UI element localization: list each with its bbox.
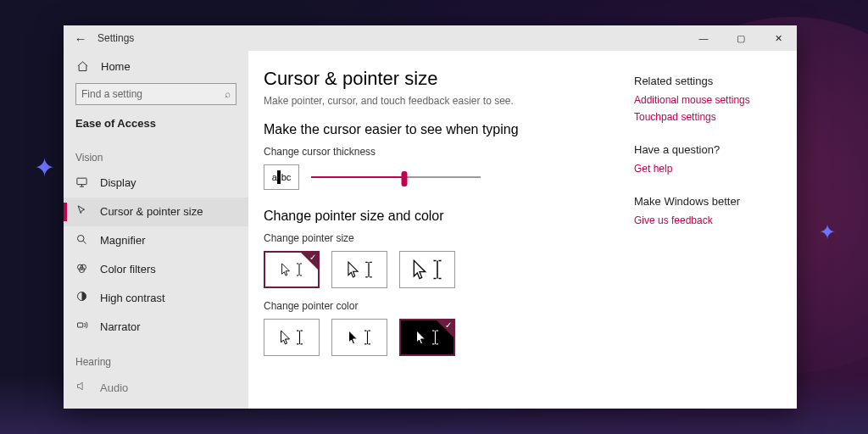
category-heading: Ease of Access <box>64 114 248 136</box>
sidebar-item-label: Cursor & pointer size <box>100 205 203 218</box>
bg-star-icon: ✦ <box>819 220 836 244</box>
pointer-color-options: ✓ <box>264 319 612 356</box>
high-contrast-icon <box>75 290 88 305</box>
display-icon <box>75 175 88 191</box>
sidebar-item-label: Color filters <box>100 263 156 275</box>
sidebar-item-label: Magnifier <box>100 234 145 247</box>
home-nav[interactable]: Home <box>64 51 248 83</box>
thickness-preview: abc <box>264 164 299 190</box>
related-settings-heading: Related settings <box>634 75 785 87</box>
sidebar-item-color-filters[interactable]: Color filters <box>64 255 248 284</box>
narrator-icon <box>75 319 88 334</box>
home-label: Home <box>101 60 131 73</box>
minimize-button[interactable]: — <box>685 25 722 51</box>
section-typing-heading: Make the cursor easier to see when typin… <box>264 122 612 137</box>
window-title: Settings <box>97 32 134 44</box>
pointer-size-medium[interactable] <box>331 251 387 288</box>
pointer-size-label: Change pointer size <box>264 232 612 244</box>
sidebar-item-high-contrast[interactable]: High contrast <box>64 283 248 312</box>
pointer-size-options: ✓ <box>264 251 612 288</box>
page-subtitle: Make pointer, cursor, and touch feedback… <box>264 95 612 107</box>
link-get-help[interactable]: Get help <box>634 163 785 175</box>
sidebar-item-display[interactable]: Display <box>64 169 248 198</box>
pointer-color-white[interactable] <box>264 319 320 356</box>
svg-rect-6 <box>78 323 83 327</box>
home-icon <box>75 60 89 73</box>
audio-icon <box>75 380 88 395</box>
back-button[interactable]: ← <box>64 31 97 46</box>
link-give-feedback[interactable]: Give us feedback <box>634 214 785 226</box>
group-vision-label: Vision <box>64 136 248 169</box>
close-button[interactable]: ✕ <box>760 25 797 51</box>
link-touchpad-settings[interactable]: Touchpad settings <box>634 111 785 123</box>
group-hearing-label: Hearing <box>64 341 248 373</box>
sidebar-item-label: Narrator <box>100 320 141 333</box>
pointer-color-label: Change pointer color <box>264 300 612 312</box>
cursor-pointer-icon <box>75 204 88 220</box>
titlebar: ← Settings — ▢ ✕ <box>64 25 797 51</box>
sidebar: Home Find a setting ⌕ Ease of Access Vis… <box>64 51 248 409</box>
settings-window: ← Settings — ▢ ✕ Home Find a setting ⌕ E… <box>64 25 797 409</box>
section-pointer-heading: Change pointer size and color <box>264 209 612 224</box>
thickness-slider[interactable] <box>311 169 481 186</box>
sidebar-item-magnifier[interactable]: Magnifier <box>64 226 248 255</box>
svg-point-1 <box>78 235 85 242</box>
sidebar-item-cursor-pointer[interactable]: Cursor & pointer size <box>64 198 248 226</box>
pointer-size-small[interactable]: ✓ <box>264 251 320 288</box>
aside-panel: Related settings Additional mouse settin… <box>627 51 797 409</box>
search-input[interactable]: Find a setting ⌕ <box>75 83 236 105</box>
maximize-button[interactable]: ▢ <box>722 25 760 51</box>
pointer-color-black[interactable] <box>331 319 387 356</box>
sidebar-item-narrator[interactable]: Narrator <box>64 312 248 341</box>
svg-rect-0 <box>77 178 86 185</box>
link-additional-mouse-settings[interactable]: Additional mouse settings <box>634 94 785 106</box>
color-filters-icon <box>75 262 88 277</box>
magnifier-icon <box>75 233 88 248</box>
sidebar-item-label: Display <box>100 176 136 189</box>
question-heading: Have a question? <box>634 143 785 156</box>
page-title: Cursor & pointer size <box>264 68 612 90</box>
sidebar-item-label: Audio <box>100 381 128 394</box>
settings-content: Cursor & pointer size Make pointer, curs… <box>248 51 627 409</box>
pointer-size-large[interactable] <box>399 251 455 288</box>
sidebar-item-audio[interactable]: Audio <box>64 373 248 402</box>
pointer-color-inverted[interactable]: ✓ <box>399 319 455 356</box>
thickness-label: Change cursor thickness <box>264 146 612 158</box>
search-icon: ⌕ <box>225 88 231 100</box>
feedback-heading: Make Windows better <box>634 195 785 208</box>
bg-star-icon: ✦ <box>34 153 55 182</box>
sidebar-item-label: High contrast <box>100 292 165 304</box>
search-placeholder: Find a setting <box>81 88 225 100</box>
